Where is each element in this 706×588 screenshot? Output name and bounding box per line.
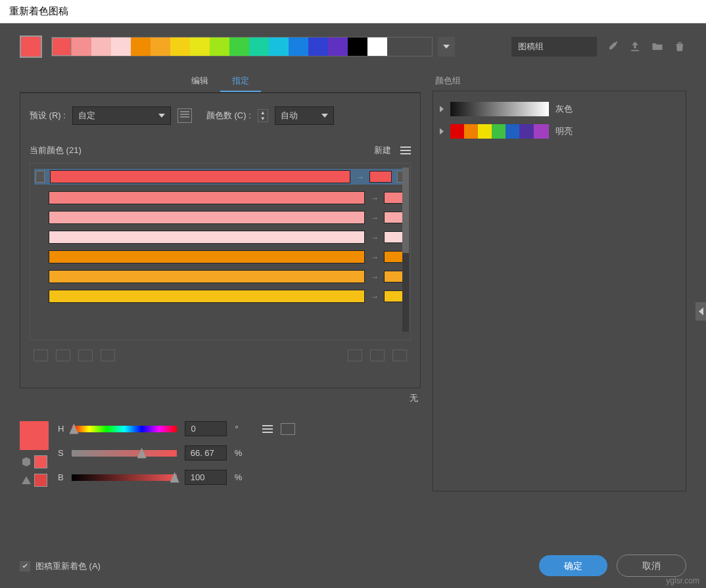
sat-slider[interactable] [72,450,177,457]
color-row[interactable]: → [34,211,406,224]
group-item-grayscale[interactable]: 灰色 [437,98,682,120]
tab-edit[interactable]: 编辑 [179,71,220,92]
save-icon[interactable] [628,40,642,53]
warning-icon [21,475,32,486]
colors-count-select[interactable]: 自动 [275,106,334,125]
group-label: 明亮 [555,125,573,137]
cube-icon [21,457,32,467]
scrollbar[interactable] [402,168,409,332]
tabs: 编辑 指定 [20,71,421,93]
color-row[interactable]: → [34,250,406,263]
small-swatch[interactable] [34,455,47,468]
eyedropper-icon[interactable] [606,40,619,53]
color-row[interactable]: → [34,191,406,204]
row-handle[interactable] [35,171,45,183]
colors-count-label: 颜色数 (C) : [206,110,251,122]
target-swatch[interactable] [369,171,392,183]
group-label: 灰色 [555,103,573,115]
preset-select[interactable]: 自定 [72,106,171,125]
bri-slider[interactable] [72,474,177,481]
exclude-icon[interactable] [78,350,93,361]
ok-button[interactable]: 确定 [539,555,607,576]
watermark: yglsr.com [666,576,699,585]
new-row-icon[interactable] [101,350,115,361]
merge-icon[interactable] [34,350,48,361]
expand-tab[interactable] [695,302,706,321]
hsb-swatch[interactable] [20,421,49,450]
window-title: 重新着色图稿 [0,0,706,24]
s-label: S [58,448,64,458]
group-list: 灰色 明亮 [433,91,686,491]
active-color-swatch[interactable] [20,35,42,58]
trash-icon[interactable] [673,40,686,53]
recolor-label: 图稿重新着色 (A) [35,560,101,572]
new-label[interactable]: 新建 [374,145,391,156]
current-colors-label: 当前颜色 (21) [30,145,82,156]
color-row[interactable]: → [34,270,406,283]
top-bar: 图稿组 [20,35,686,58]
chevron-icon [440,106,444,112]
hue-slider[interactable] [72,426,177,432]
hsb-panel: H0° S66. 67% B100% [20,421,421,494]
h-label: H [58,424,64,434]
group-name-field[interactable]: 图稿组 [511,37,597,57]
b-value[interactable]: 100 [185,470,227,485]
grid-icon[interactable] [281,423,295,435]
color-row[interactable]: → [34,290,406,303]
s-value[interactable]: 66. 67 [185,445,227,461]
recolor-checkbox[interactable] [20,561,30,572]
h-value[interactable]: 0 [185,421,227,436]
preset-options-icon[interactable] [177,108,192,123]
group-item-bright[interactable]: 明亮 [437,120,682,143]
colors-stepper[interactable]: ▲▼ [258,109,268,122]
tab-assign[interactable]: 指定 [220,71,261,92]
swap-icon[interactable] [370,350,385,361]
spectrum-bar[interactable] [51,37,433,57]
none-label: 无 [20,388,421,408]
hsb-menu-icon[interactable] [262,425,273,433]
right-panel: 颜色组 灰色 明亮 [433,71,686,494]
spectrum-dropdown[interactable] [438,37,455,57]
b-label: B [58,472,64,482]
small-swatch[interactable] [34,474,47,487]
preset-label: 预设 (R) : [30,110,66,122]
colors-list: → → → → → → → [30,163,411,340]
color-groups-header: 颜色组 [433,71,686,91]
cancel-button[interactable]: 取消 [617,554,686,577]
menu-icon[interactable] [400,147,411,154]
arrow-icon: → [356,172,364,182]
find-icon[interactable] [392,350,407,361]
color-row[interactable]: → [34,231,406,244]
tool-row [30,340,411,364]
bottom-bar: 图稿重新着色 (A) 确定 取消 [20,560,686,572]
chevron-icon [440,128,444,135]
folder-icon[interactable] [651,40,664,53]
link-icon[interactable] [348,350,362,361]
color-row[interactable]: → [34,169,406,185]
left-panel: 编辑 指定 预设 (R) : 自定 颜色数 (C) : ▲▼ 自动 当前颜色 (… [20,71,421,494]
split-icon[interactable] [56,350,70,361]
